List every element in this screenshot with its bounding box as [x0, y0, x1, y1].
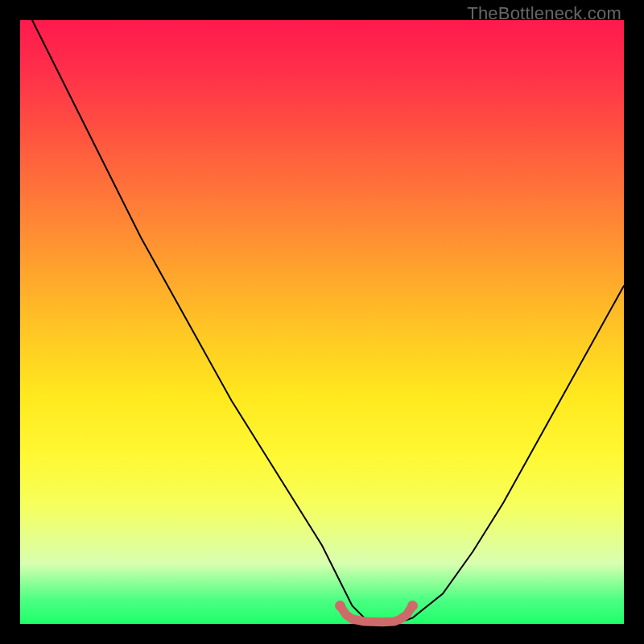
- range-marker-endpoint: [335, 601, 345, 611]
- plot-area: [20, 20, 624, 624]
- curve-layer: [20, 20, 624, 624]
- range-marker-endpoint: [407, 601, 418, 611]
- range-marker: [341, 606, 413, 622]
- chart-frame: TheBottleneck.com: [0, 0, 644, 644]
- bottleneck-curve: [32, 20, 624, 624]
- watermark-text: TheBottleneck.com: [467, 3, 621, 24]
